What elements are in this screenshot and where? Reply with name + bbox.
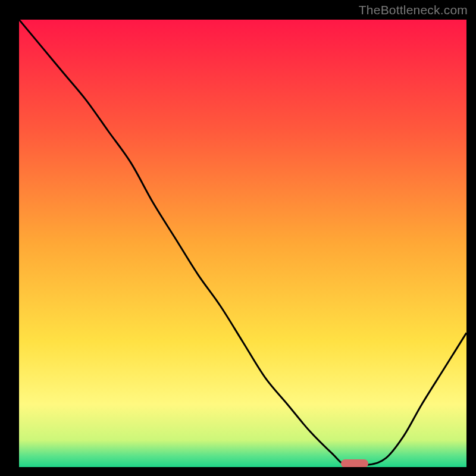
- optimal-marker: [341, 459, 368, 468]
- bottleneck-chart: [0, 0, 476, 476]
- chart-container: TheBottleneck.com: [0, 0, 476, 476]
- watermark-label: TheBottleneck.com: [359, 3, 468, 17]
- gradient-background: [19, 20, 466, 467]
